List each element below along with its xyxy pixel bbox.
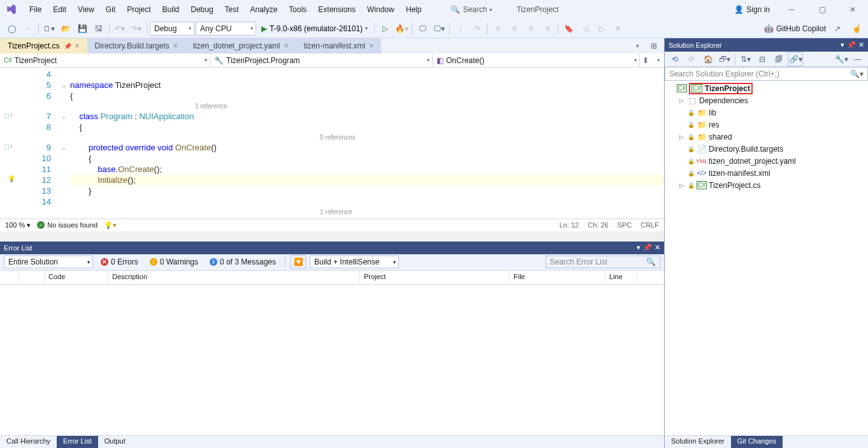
btab-output[interactable]: Output (98, 436, 132, 448)
zoom-combo[interactable]: 100 % ▾ (5, 221, 31, 229)
tree-lib[interactable]: 🔒📁lib (665, 106, 868, 119)
error-col-icon[interactable] (19, 271, 45, 284)
error-col-File[interactable]: File (510, 271, 605, 284)
step-into-button[interactable]: ↓ (452, 22, 468, 36)
solution-explorer-header[interactable]: Solution Explorer ▾📌✕ (665, 38, 868, 52)
menu-file[interactable]: File (24, 3, 47, 16)
bookmark-clear-button[interactable]: ✕ (611, 22, 626, 36)
close-button[interactable]: ✕ (840, 1, 865, 18)
se-switch-button[interactable]: 🗗▾ (717, 52, 732, 66)
error-list-body[interactable] (0, 285, 664, 436)
undo-button[interactable]: ↶▾ (112, 22, 127, 36)
start-debug-button[interactable]: ▶ T-9.0-x86 (emulator-26101) ▾ (257, 22, 372, 36)
outdent-button[interactable]: ≡ (507, 22, 522, 36)
tree-tizen_dotnet_project.yaml[interactable]: 🔒YMLtizen_dotnet_project.yaml (665, 155, 868, 167)
browser-link-button[interactable]: 🖵 (415, 22, 430, 36)
menu-help[interactable]: Help (401, 3, 427, 16)
close-icon[interactable]: × (284, 41, 289, 50)
tree-Directory.Build.targets[interactable]: 🔒📄Directory.Build.targets (665, 143, 868, 155)
close-icon[interactable]: ✕ (655, 243, 660, 252)
expand-icon[interactable]: ▷ (677, 98, 685, 104)
expand-icon[interactable]: ▷ (677, 182, 685, 189)
menu-extensions[interactable]: Extensions (313, 3, 361, 16)
pin-icon[interactable]: 📌 (847, 41, 856, 49)
solution-tree[interactable]: C#C#TizenProject▷⬚Dependencies🔒📁lib🔒📁res… (665, 81, 868, 435)
close-icon[interactable]: ✕ (858, 41, 864, 49)
bookmark-button[interactable]: 🔖 (561, 22, 576, 36)
btab-error-list[interactable]: Error List (57, 436, 98, 448)
error-col-icon[interactable] (0, 271, 19, 284)
minimize-button[interactable]: ─ (779, 1, 804, 18)
save-all-button[interactable]: 🖫 (91, 22, 106, 36)
error-col-Project[interactable]: Project (360, 271, 510, 284)
refactor-icon[interactable]: 💡▾ (104, 221, 117, 229)
pin-icon[interactable]: 📌 (643, 243, 652, 252)
member-combo[interactable]: ◧OnCreate() (433, 54, 640, 67)
se-search-input[interactable]: Search Solution Explorer (Ctrl+;) 🔍▾ (665, 67, 868, 81)
se-showall-button[interactable]: 🗐 (771, 52, 786, 66)
line-indicator[interactable]: Ln: 12 (560, 221, 579, 229)
tree-res[interactable]: 🔒📁res (665, 119, 868, 131)
close-icon[interactable]: × (369, 41, 373, 50)
errors-filter[interactable]: ✕0 Errors (97, 256, 142, 268)
se-btab-solution-explorer[interactable]: Solution Explorer (665, 436, 731, 448)
tab-TizenProject.cs[interactable]: TizenProject.cs📌× (0, 38, 87, 54)
close-icon[interactable]: × (173, 41, 178, 50)
tab-tizen-manifest.xml[interactable]: tizen-manifest.xml× (296, 38, 382, 54)
btab-call-hierarchy[interactable]: Call Hierarchy (0, 436, 57, 448)
menu-analyze[interactable]: Analyze (245, 3, 283, 16)
new-project-button[interactable]: 🗋▾ (41, 22, 57, 36)
feedback-button[interactable]: ☝ (849, 22, 864, 36)
nav-fwd-button[interactable]: → (20, 22, 36, 36)
spaces-indicator[interactable]: SPC (618, 221, 632, 229)
live-share-button[interactable]: 🖵▾ (431, 22, 447, 36)
error-col-Description[interactable]: Description (108, 271, 360, 284)
filter-icon-button[interactable]: 🔽 (291, 255, 306, 269)
tabs-window-button[interactable]: ⊞ (646, 39, 662, 53)
se-btab-git-changes[interactable]: Git Changes (731, 436, 783, 448)
nav-back-button[interactable]: ◯ (4, 22, 19, 36)
uncomment-button[interactable]: ≡ (540, 22, 555, 36)
title-search[interactable]: 🔍 Search ▾ (445, 4, 497, 15)
config-combo[interactable]: Debug (150, 22, 194, 36)
bookmark-next-button[interactable]: ▷ (594, 22, 609, 36)
error-col-Code[interactable]: Code (45, 271, 108, 284)
code-content[interactable]: namespace TizenProject{1 reference class… (70, 68, 664, 219)
share-button[interactable]: ↗ (830, 22, 845, 36)
tree-TizenProject.cs[interactable]: ▷🔒C#TizenProject.cs (665, 179, 868, 191)
se-fwd-button[interactable]: ⟳ (684, 52, 699, 66)
menu-git[interactable]: Git (101, 3, 120, 16)
dropdown-icon[interactable]: ▾ (841, 41, 844, 49)
fold-column[interactable]: ⌄⌄⌄⌄ (57, 68, 70, 219)
se-back-button[interactable]: ⟲ (667, 52, 683, 66)
warnings-filter[interactable]: !0 Warnings (146, 256, 202, 268)
start-nodebug-button[interactable]: ▷ (377, 22, 393, 36)
lineending-indicator[interactable]: CRLF (640, 221, 659, 229)
menu-view[interactable]: View (73, 3, 99, 16)
comment-button[interactable]: ≡ (523, 22, 539, 36)
menu-build[interactable]: Build (157, 3, 185, 16)
tree-TizenProject[interactable]: C#C#TizenProject (665, 82, 868, 94)
menu-debug[interactable]: Debug (185, 3, 218, 16)
horizontal-scrollbar[interactable] (0, 231, 664, 242)
se-preview-button[interactable]: — (850, 52, 865, 66)
error-search-input[interactable]: Search Error List🔍 (546, 256, 660, 268)
save-button[interactable]: 💾 (75, 22, 90, 36)
scope-combo[interactable]: Entire Solution (4, 256, 93, 268)
sign-in-button[interactable]: 👤 Sign in (730, 4, 774, 15)
tree-tizen-manifest.xml[interactable]: 🔒</>tizen-manifest.xml (665, 167, 868, 179)
tree-shared[interactable]: ▷🔒📁shared (665, 131, 868, 143)
tab-Directory.Build.targets[interactable]: Directory.Build.targets× (87, 38, 185, 54)
class-combo[interactable]: 🔧TizenProject.Program (210, 54, 433, 67)
build-combo[interactable]: Build + IntelliSense (310, 256, 399, 268)
tab-tizen_dotnet_project.yaml[interactable]: tizen_dotnet_project.yaml× (185, 38, 296, 54)
se-home-button[interactable]: 🏠 (700, 52, 716, 66)
menu-window[interactable]: Window (362, 3, 400, 16)
expand-button[interactable]: ▾ (653, 54, 664, 68)
tree-Dependencies[interactable]: ▷⬚Dependencies (665, 94, 868, 106)
menu-tools[interactable]: Tools (284, 3, 312, 16)
pin-icon[interactable]: 📌 (64, 43, 71, 50)
menu-test[interactable]: Test (220, 3, 244, 16)
dropdown-icon[interactable]: ▾ (637, 243, 640, 252)
expand-icon[interactable]: ▷ (677, 134, 685, 140)
